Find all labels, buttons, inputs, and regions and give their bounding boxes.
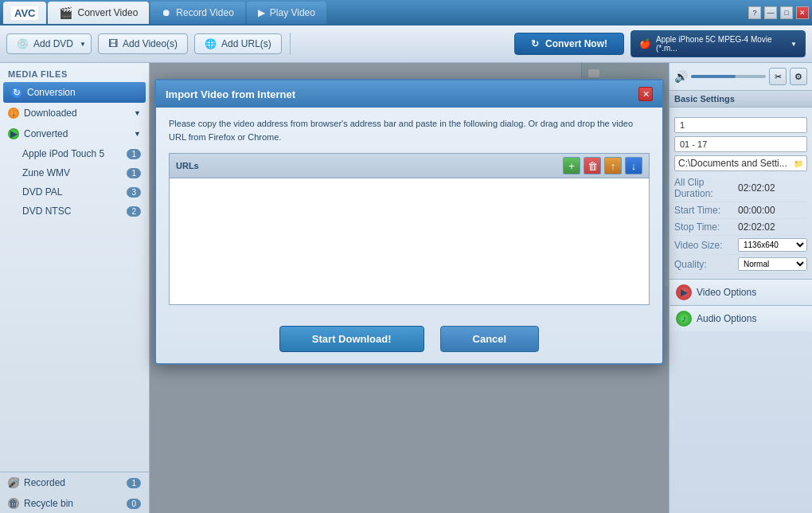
browse-path-button[interactable]: 📁	[794, 159, 803, 168]
converted-label: Converted	[24, 128, 68, 139]
dvd-pal-badge: 3	[127, 187, 141, 198]
stop-time-value: 02:02:02	[738, 221, 807, 233]
dvd-icon: 💿	[17, 38, 29, 49]
apple-ipod-badge: 1	[127, 149, 141, 159]
video-options-label: Video Options	[697, 287, 756, 298]
expand-converted-icon: ▼	[134, 130, 141, 138]
profile-selector-button[interactable]: 🍎 Apple iPhone 5C MPEG-4 Movie (*.m... ▼	[630, 30, 806, 57]
zune-wmv-label: Zune WMV	[22, 167, 70, 178]
avc-logo: AVC	[11, 6, 38, 20]
tab-convert-video[interactable]: 🎬 Convert Video	[48, 2, 149, 24]
recycle-badge: 0	[127, 499, 141, 509]
modal-overlay: Import Video from Internet ✕ Please copy…	[150, 63, 669, 513]
all-clip-duration-label: All Clip Duration:	[674, 177, 738, 199]
recycle-icon: 🗑	[8, 498, 19, 509]
apple-icon: 🍎	[639, 38, 651, 49]
settings-ctrl-button[interactable]: ⚙	[790, 68, 807, 85]
url-input-area[interactable]	[169, 178, 650, 305]
quality-label: Quality:	[674, 259, 738, 270]
start-download-button[interactable]: Start Download!	[279, 326, 424, 352]
subtitle-input[interactable]	[674, 136, 807, 152]
play-icon: ▶	[258, 7, 265, 18]
media-controls: 🔊 ✂ ⚙	[670, 63, 812, 91]
recycle-label: Recycle bin	[24, 498, 73, 509]
sidebar-bottom: 🎤 Recorded 1 🗑 Recycle bin 0	[0, 472, 149, 513]
toolbar-separator	[290, 33, 291, 55]
tab-play-video[interactable]: ▶ Play Video	[247, 2, 326, 24]
volume-slider[interactable]	[691, 75, 766, 78]
chapter-input[interactable]	[674, 117, 807, 133]
all-clip-duration-row: All Clip Duration: 02:02:02	[674, 174, 807, 202]
sidebar-sub-dvd-ntsc[interactable]: DVD NTSC 2	[0, 202, 149, 221]
all-clip-duration-value: 02:02:02	[738, 182, 807, 194]
help-button[interactable]: ?	[748, 6, 761, 19]
sidebar-item-converted[interactable]: ▶ Converted ▼	[0, 123, 149, 144]
add-dvd-button[interactable]: 💿 Add DVD ▼	[6, 33, 92, 54]
video-size-row: Video Size: 1136x640	[674, 236, 807, 255]
downloaded-label: Downloaded	[24, 108, 77, 119]
sidebar-item-recorded[interactable]: 🎤 Recorded 1	[0, 472, 149, 493]
url-add-button[interactable]: +	[563, 157, 580, 174]
maximize-button[interactable]: □	[780, 6, 793, 19]
tab-play-label: Play Video	[270, 7, 315, 18]
cancel-button[interactable]: Cancel	[440, 326, 540, 352]
url-toolbar: URLs + 🗑 ↑ ↓	[169, 153, 650, 178]
quality-row: Quality: Normal	[674, 255, 807, 274]
record-icon: ⏺	[162, 7, 171, 18]
convert-now-icon: ↻	[531, 38, 539, 49]
recorded-icon: 🎤	[8, 477, 19, 488]
zune-wmv-badge: 1	[127, 168, 141, 178]
sidebar-item-downloaded[interactable]: ↓ Downloaded ▼	[0, 103, 149, 123]
output-path-text: C:\Documents and Setti...	[678, 158, 792, 169]
toolbar: 💿 Add DVD ▼ 🎞 Add Video(s) 🌐 Add URL(s) …	[0, 25, 812, 63]
modal-body: Please copy the video address from brows…	[156, 108, 662, 315]
conversion-label: Conversion	[27, 87, 76, 98]
sidebar-sub-dvd-pal[interactable]: DVD PAL 3	[0, 182, 149, 202]
chapter-field	[674, 117, 807, 133]
url-move-down-button[interactable]: ↓	[625, 157, 642, 174]
url-move-up-button[interactable]: ↑	[604, 157, 622, 174]
quality-select[interactable]: Normal	[738, 257, 807, 271]
add-urls-button[interactable]: 🌐 Add URL(s)	[194, 33, 282, 54]
video-icon: 🎞	[108, 38, 118, 49]
stop-time-label: Stop Time:	[674, 221, 738, 233]
sidebar-sub-apple-ipod[interactable]: Apple iPod Touch 5 1	[0, 144, 149, 163]
converted-icon: ▶	[8, 128, 19, 139]
main-layout: Media Files ↻ Conversion ↓ Downloaded ▼ …	[0, 63, 812, 513]
url-text-input[interactable]	[173, 182, 646, 196]
dropdown-arrow-icon: ▼	[80, 41, 86, 48]
modal-footer: Start Download! Cancel	[156, 315, 662, 363]
audio-options-icon: ♪	[676, 311, 692, 327]
modal-header: Import Video from Internet ✕	[156, 80, 662, 108]
recorded-label: Recorded	[24, 477, 65, 488]
sidebar-sub-zune-wmv[interactable]: Zune WMV 1	[0, 163, 149, 182]
tab-record-video[interactable]: ⏺ Record Video	[150, 2, 245, 24]
start-time-row: Start Time: 00:00:00	[674, 202, 807, 219]
output-path-field: C:\Documents and Setti... 📁	[674, 155, 807, 171]
apple-ipod-label: Apple iPod Touch 5	[22, 148, 104, 159]
audio-options-button[interactable]: ♪ Audio Options	[670, 305, 812, 331]
sidebar: Media Files ↻ Conversion ↓ Downloaded ▼ …	[0, 63, 150, 513]
video-size-select[interactable]: 1136x640	[738, 238, 807, 252]
modal-close-button[interactable]: ✕	[638, 87, 653, 101]
minimize-button[interactable]: —	[764, 6, 777, 19]
convert-now-button[interactable]: ↻ Convert Now!	[514, 33, 624, 55]
url-delete-button[interactable]: 🗑	[584, 157, 601, 174]
modal-description: Please copy the video address from brows…	[169, 117, 650, 143]
tab-record-label: Record Video	[176, 7, 234, 18]
start-time-value: 00:00:00	[738, 205, 807, 216]
scissors-button[interactable]: ✂	[769, 68, 787, 85]
content-area: Import Video from Internet ✕ Please copy…	[150, 63, 669, 513]
sidebar-item-recycle[interactable]: 🗑 Recycle bin 0	[0, 493, 149, 513]
app-logo-tab[interactable]: AVC	[3, 2, 46, 24]
url-section-label: URLs	[176, 161, 560, 170]
dvd-ntsc-label: DVD NTSC	[22, 206, 71, 217]
video-options-button[interactable]: ▶ Video Options	[670, 279, 812, 305]
sidebar-item-conversion[interactable]: ↻ Conversion	[3, 82, 146, 103]
close-button[interactable]: ✕	[796, 6, 809, 19]
add-videos-button[interactable]: 🎞 Add Video(s)	[98, 33, 188, 54]
stop-time-row: Stop Time: 02:02:02	[674, 219, 807, 236]
volume-icon: 🔊	[674, 70, 688, 83]
profile-dropdown-icon: ▼	[791, 41, 797, 48]
recorded-badge: 1	[127, 478, 141, 488]
